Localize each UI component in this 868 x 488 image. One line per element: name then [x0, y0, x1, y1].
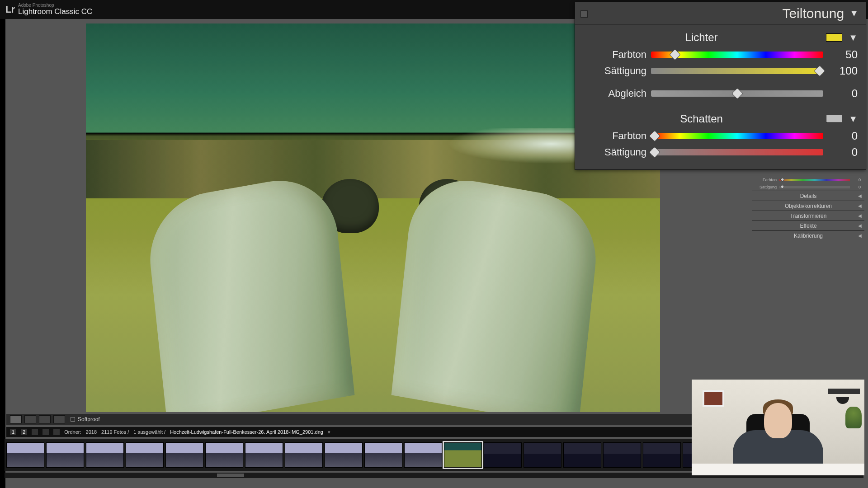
highlights-sat-slider[interactable] [651, 68, 823, 74]
filmstrip-thumbnail[interactable] [563, 442, 601, 468]
webcam-desk [692, 464, 864, 475]
shadows-picker-triangle-icon[interactable]: ▼ [849, 114, 858, 124]
toggle-switch-icon[interactable] [755, 214, 759, 218]
collapse-triangle-icon[interactable]: ◀ [858, 193, 862, 198]
photo-count: 2119 Fotos / [101, 429, 129, 435]
side-section-objektivkorrekturen[interactable]: Objektivkorrekturen◀ [752, 201, 864, 211]
webcam-plant [845, 407, 862, 428]
monitor-2-button[interactable]: 2 [21, 429, 27, 435]
toggle-switch-icon[interactable] [755, 204, 759, 208]
mini-hue-slider[interactable] [779, 179, 850, 181]
side-section-effekte[interactable]: Effekte◀ [752, 221, 864, 230]
shadows-sat-label: Sättigung [583, 146, 646, 158]
app-title: Lightroom Classic CC [18, 8, 92, 16]
side-section-details[interactable]: Details◀ [752, 191, 864, 201]
sort-icon[interactable] [42, 429, 49, 435]
balance-row: Abgleich 0 [575, 85, 866, 102]
mini-hue-value[interactable]: 0 [853, 178, 861, 182]
grid-icon[interactable] [32, 429, 38, 435]
collapse-triangle-icon[interactable]: ◀ [858, 203, 862, 208]
side-section-kalibrierung[interactable]: Kalibrierung◀ [752, 230, 864, 240]
view-survey-button[interactable] [53, 415, 65, 423]
filmstrip-thumbnail[interactable] [524, 442, 561, 468]
shadows-hue-slider[interactable] [651, 133, 823, 139]
view-before-after-button[interactable] [24, 415, 36, 423]
highlights-sat-value[interactable]: 100 [828, 65, 858, 77]
softproof-toggle[interactable]: Softproof [71, 416, 100, 422]
nav-icon[interactable] [53, 429, 60, 435]
filmstrip-thumbnail[interactable] [285, 442, 323, 468]
filmstrip-thumbnail[interactable] [404, 442, 442, 468]
scrollbar-thumb[interactable] [217, 474, 244, 477]
shadows-sat-value[interactable]: 0 [828, 146, 858, 159]
highlights-sat-label: Sättigung [583, 65, 646, 77]
view-compare-button[interactable] [39, 415, 51, 423]
section-label: Objektivkorrekturen [785, 203, 832, 209]
filmstrip-thumbnail[interactable] [603, 442, 641, 468]
toggle-switch-icon[interactable] [755, 234, 759, 238]
mini-sat-row: Sättigung 0 [752, 183, 864, 191]
panel-title: Teiltonung [782, 6, 844, 21]
filmstrip-thumbnail[interactable] [643, 442, 681, 468]
app-title-group: Adobe Photoshop Lightroom Classic CC [18, 3, 92, 16]
filmstrip-thumbnail[interactable] [364, 442, 402, 468]
highlights-color-swatch[interactable] [826, 33, 842, 42]
monitor-1-button[interactable]: 1 [10, 429, 16, 435]
panel-header[interactable]: Teiltonung ▼ [575, 2, 866, 25]
balance-value[interactable]: 0 [828, 87, 858, 100]
shadows-heading: Schatten [583, 113, 820, 125]
shadows-sat-row: Sättigung 0 [575, 144, 866, 160]
highlights-section-header: Lichter ▼ [575, 25, 866, 47]
softproof-label: Softproof [78, 416, 100, 422]
toggle-switch-icon[interactable] [755, 194, 759, 198]
shadows-section-header: Schatten ▼ [575, 106, 866, 128]
filmstrip-thumbnail[interactable] [46, 442, 84, 468]
filmstrip-thumbnail[interactable] [6, 442, 44, 468]
slider-thumb[interactable] [780, 184, 785, 189]
view-loupe-button[interactable] [10, 415, 22, 423]
highlights-hue-label: Farbton [583, 49, 646, 61]
filmstrip-thumbnail[interactable] [484, 442, 522, 468]
filmstrip-thumbnail[interactable] [245, 442, 283, 468]
filmstrip-thumbnail[interactable] [325, 442, 363, 468]
webcam-overlay [692, 380, 864, 475]
filmstrip-thumbnail[interactable] [126, 442, 164, 468]
collapse-triangle-icon[interactable]: ◀ [858, 213, 862, 218]
filmstrip-thumbnail[interactable] [444, 442, 482, 468]
highlights-hue-value[interactable]: 50 [828, 48, 858, 61]
folder-name[interactable]: 2018 [86, 429, 97, 435]
highlights-picker-triangle-icon[interactable]: ▼ [849, 33, 858, 43]
mini-sat-slider[interactable] [779, 186, 850, 188]
panel-toggle-switch[interactable] [580, 10, 588, 18]
balance-slider[interactable] [651, 90, 823, 97]
mini-hue-label: Farbton [756, 178, 777, 182]
collapse-triangle-icon[interactable]: ◀ [858, 223, 862, 228]
webcam-wall-photo [703, 390, 724, 407]
filmstrip-thumbnail[interactable] [86, 442, 124, 468]
slider-thumb[interactable] [649, 130, 660, 141]
side-section-transformieren[interactable]: Transformieren◀ [752, 211, 864, 221]
slider-thumb[interactable] [731, 88, 743, 99]
filmstrip-thumbnail[interactable] [165, 442, 203, 468]
shadows-hue-row: Farbton 0 [575, 128, 866, 144]
current-filename[interactable]: Hochzeit-Ludwigshafen-Full-Benkesser-26.… [170, 429, 323, 435]
toggle-switch-icon[interactable] [755, 224, 759, 228]
shadows-hue-value[interactable]: 0 [828, 130, 858, 142]
collapse-triangle-icon[interactable]: ▼ [849, 8, 859, 19]
slider-thumb[interactable] [670, 49, 681, 60]
lightroom-logo-icon: Lr [5, 4, 14, 15]
slider-thumb[interactable] [649, 146, 660, 158]
collapse-triangle-icon[interactable]: ◀ [858, 233, 862, 238]
filmstrip-thumbnail[interactable] [205, 442, 243, 468]
chevron-down-icon[interactable]: ▾ [328, 429, 330, 435]
mini-sat-value[interactable]: 0 [853, 185, 861, 189]
shadows-sat-slider[interactable] [651, 149, 823, 155]
checkbox-icon[interactable] [71, 417, 75, 422]
section-label: Effekte [800, 223, 816, 229]
slider-thumb[interactable] [814, 65, 826, 76]
mini-hue-row: Farbton 0 [752, 176, 864, 183]
highlights-hue-slider[interactable] [651, 52, 823, 58]
shadows-color-swatch[interactable] [826, 115, 842, 123]
slider-thumb[interactable] [780, 177, 785, 182]
main-image-preview[interactable] [86, 23, 660, 412]
